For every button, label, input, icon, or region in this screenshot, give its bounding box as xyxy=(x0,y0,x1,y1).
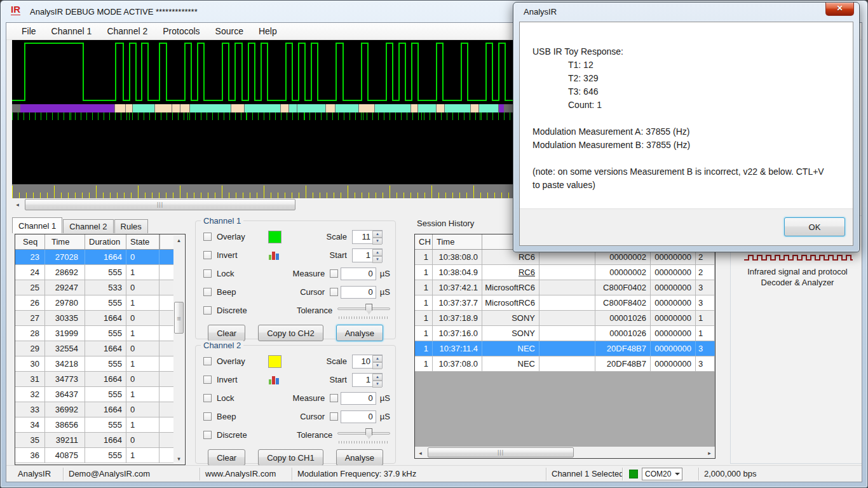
session-scrollbar[interactable]: ◂ ||| ▸ xyxy=(415,447,715,458)
decoded-segment xyxy=(20,104,114,112)
lock-checkbox-ch1[interactable] xyxy=(203,269,212,278)
com-port-select[interactable]: COM20 xyxy=(642,468,682,480)
copy-button-ch2[interactable]: Copy to CH1 xyxy=(258,449,323,466)
seq-cell-filler xyxy=(159,448,173,463)
spinner-down-icon[interactable]: ▼ xyxy=(372,256,382,263)
dialog-body: USB IR Toy Response: T1: 12 T2: 329 T3: … xyxy=(520,22,853,208)
tab-rules[interactable]: Rules xyxy=(114,219,148,233)
scroll-down-arrow-icon[interactable]: ▾ xyxy=(173,454,184,464)
channel-color-swatch-ch1[interactable] xyxy=(268,231,281,243)
session-row[interactable]: 110:38:04.9RC600000002000000002 xyxy=(415,265,715,280)
tab-channel-2[interactable]: Channel 2 xyxy=(63,219,113,233)
start-spinner-ch1[interactable]: 1▲▼ xyxy=(352,248,383,262)
session-row[interactable]: 110:37:16.0SONY00001026000000001 xyxy=(415,326,715,341)
beep-checkbox-ch2[interactable] xyxy=(203,412,212,421)
seq-row[interactable]: 34386565551 xyxy=(15,417,173,433)
scroll-up-arrow-icon[interactable]: ▴ xyxy=(173,235,184,245)
seq-header-time: Time xyxy=(45,234,85,249)
decoded-segment xyxy=(359,104,374,112)
seq-cell: 1664 xyxy=(85,250,126,264)
spinner-down-icon[interactable]: ▼ xyxy=(372,238,382,245)
status-port-cell: COM20 xyxy=(623,468,699,480)
waveform-scrollbar-thumb[interactable]: ||| xyxy=(25,199,295,210)
seq-row[interactable]: 36408755551 xyxy=(15,448,173,463)
menu-item-source[interactable]: Source xyxy=(208,24,251,39)
seq-table-vscrollbar[interactable]: ▴ ≡ ▾ xyxy=(173,235,184,464)
seq-row[interactable]: 32364375551 xyxy=(15,387,173,402)
seq-row[interactable]: 353921116640 xyxy=(15,433,173,448)
seq-row[interactable]: 26297805551 xyxy=(15,295,173,311)
dialog-close-button[interactable]: ✕ xyxy=(825,3,854,16)
seq-row[interactable]: 24286925551 xyxy=(15,265,173,280)
seq-row[interactable]: 28319995551 xyxy=(15,326,173,341)
analyse-button-ch2[interactable]: Analyse xyxy=(336,449,383,466)
cursor-unit: µS xyxy=(380,412,390,421)
seq-row[interactable]: 30342185551 xyxy=(15,356,173,372)
measure-checkbox-ch1[interactable] xyxy=(330,269,338,278)
spinner-down-icon[interactable]: ▼ xyxy=(372,362,382,369)
menu-item-channel-1[interactable]: Channel 1 xyxy=(44,24,100,39)
spinner-up-icon[interactable]: ▲ xyxy=(372,249,382,256)
spinner-up-icon[interactable]: ▲ xyxy=(372,355,382,362)
channel-color-swatch-ch2[interactable] xyxy=(268,355,281,368)
scale-spinner-ch1[interactable]: 11▲▼ xyxy=(352,230,383,244)
cursor-input-ch2[interactable]: 0 xyxy=(341,410,376,423)
session-scrollbar-thumb[interactable]: ||| xyxy=(428,447,574,458)
cursor-input-ch1[interactable]: 0 xyxy=(341,286,376,299)
cursor-checkbox-ch1[interactable] xyxy=(330,288,338,296)
chevron-down-icon xyxy=(675,473,680,478)
scroll-left-arrow-icon[interactable]: ◂ xyxy=(12,199,23,210)
session-cell: 10:37:08.0 xyxy=(433,356,482,371)
menu-item-protocols[interactable]: Protocols xyxy=(155,24,207,39)
spinner-down-icon[interactable]: ▼ xyxy=(372,381,382,388)
seq-row[interactable]: 232702816640 xyxy=(15,250,173,265)
discrete-checkbox-ch2[interactable] xyxy=(203,431,212,439)
menu-item-help[interactable]: Help xyxy=(251,24,285,39)
seq-scrollbar-thumb[interactable]: ≡ xyxy=(174,302,184,334)
seq-row[interactable]: 313477316640 xyxy=(15,372,173,387)
session-row[interactable]: 110:37:18.9SONY00001026000000001 xyxy=(415,311,715,326)
spinner-up-icon[interactable]: ▲ xyxy=(372,231,382,238)
analyse-button-ch1[interactable]: Analyse xyxy=(336,325,383,341)
overlay-checkbox-ch1[interactable] xyxy=(203,233,212,241)
seq-header-seq: Seq xyxy=(15,234,45,249)
invert-checkbox-ch1[interactable] xyxy=(203,251,212,259)
clear-button-ch1[interactable]: Clear xyxy=(208,325,245,341)
ir-logo-text: IR xyxy=(11,4,20,15)
scale-spinner-ch2[interactable]: 10▲▼ xyxy=(352,355,383,369)
seq-row[interactable]: 333699216640 xyxy=(15,402,173,417)
scroll-left-arrow-icon[interactable]: ◂ xyxy=(415,447,426,459)
overlay-checkbox-ch2[interactable] xyxy=(203,357,212,365)
cursor-checkbox-ch2[interactable] xyxy=(330,412,338,421)
session-row[interactable]: 110:37:42.1MicrosoftRC6C800F040200000000… xyxy=(415,280,715,295)
ok-button[interactable]: OK xyxy=(784,217,845,236)
session-row[interactable]: 110:37:08.0NEC20DF48B7000000003 xyxy=(415,356,715,372)
session-row[interactable]: 110:37:11.4NEC20DF48B7000000003 xyxy=(415,341,715,356)
session-row[interactable]: 110:37:37.7MicrosoftRC6C800F840200000000… xyxy=(415,295,715,311)
seq-row[interactable]: 293255416640 xyxy=(15,341,173,356)
tolerance-slider-ch2[interactable] xyxy=(337,427,390,444)
menu-item-channel-2[interactable]: Channel 2 xyxy=(99,24,155,39)
scale-label: Scale xyxy=(301,356,352,366)
tab-channel-1[interactable]: Channel 1 xyxy=(12,217,62,233)
decoded-segment xyxy=(190,104,231,112)
discrete-checkbox-ch1[interactable] xyxy=(203,306,212,315)
slider-thumb[interactable] xyxy=(365,304,372,315)
spinner-up-icon[interactable]: ▲ xyxy=(372,374,382,381)
clear-button-ch2[interactable]: Clear xyxy=(208,449,245,466)
session-cell: 3 xyxy=(696,280,715,295)
copy-button-ch1[interactable]: Copy to CH2 xyxy=(258,325,323,341)
start-spinner-ch2[interactable]: 1▲▼ xyxy=(352,373,383,387)
measure-input-ch1[interactable]: 0 xyxy=(341,268,376,280)
seq-row[interactable]: 25292475330 xyxy=(15,280,173,295)
measure-checkbox-ch2[interactable] xyxy=(330,394,338,402)
tolerance-slider-ch1[interactable] xyxy=(337,302,390,319)
scroll-right-arrow-icon[interactable]: ▸ xyxy=(704,447,715,459)
menu-item-file[interactable]: File xyxy=(14,24,44,39)
seq-row[interactable]: 273033516640 xyxy=(15,311,173,326)
invert-checkbox-ch2[interactable] xyxy=(203,376,212,384)
beep-checkbox-ch1[interactable] xyxy=(203,288,212,296)
slider-thumb[interactable] xyxy=(365,428,372,439)
lock-checkbox-ch2[interactable] xyxy=(203,394,212,402)
measure-input-ch2[interactable]: 0 xyxy=(341,392,376,405)
